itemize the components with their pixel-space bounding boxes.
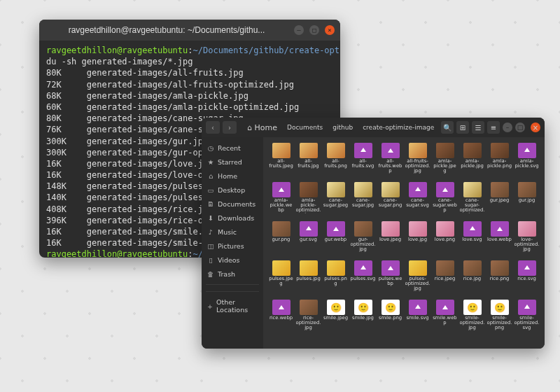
file-item[interactable]: pulses-optimized.jpg [404, 260, 431, 297]
file-item[interactable]: gur.svg [295, 221, 322, 258]
sidebar-item-pictures[interactable]: ◫Pictures [202, 239, 263, 253]
search-icon[interactable]: 🔍 [441, 121, 454, 134]
breadcrumb-home[interactable]: ⌂ Home [244, 122, 281, 134]
sidebar-item-starred[interactable]: ★Starred [202, 155, 263, 169]
file-item[interactable]: amla-pickle.jpg [458, 143, 486, 179]
file-item[interactable]: love.webp [486, 221, 513, 258]
sidebar-item-recent[interactable]: ◷Recent [202, 141, 263, 155]
file-item[interactable]: amla-pickle-optimized.jpg [295, 182, 322, 218]
file-name-label: love.webp [487, 237, 512, 242]
file-item[interactable]: gur-optimized.jpg [349, 221, 377, 258]
file-item[interactable]: rice.png [486, 260, 513, 297]
file-thumbnail [491, 221, 509, 237]
file-name-label: all-fruits.png [323, 159, 349, 169]
sidebar-item-videos[interactable]: ▯Videos [202, 253, 263, 267]
file-item[interactable]: gur.jpg [513, 182, 540, 218]
file-item[interactable]: pulses.jpg [295, 260, 322, 297]
back-button[interactable]: ‹ [206, 121, 220, 134]
breadcrumb-documents[interactable]: Documents [284, 122, 326, 132]
forward-button[interactable]: › [223, 121, 237, 134]
file-item[interactable]: amla-pickle.webp [267, 182, 295, 218]
file-item[interactable]: gur.jpeg [486, 182, 513, 218]
file-item[interactable]: amla-pickle.svg [513, 143, 540, 179]
files-minimize-button[interactable]: – [503, 122, 512, 132]
sidebar-item-desktop[interactable]: ▭Desktop [202, 183, 263, 197]
file-item[interactable]: cane-sugar.webp [431, 182, 458, 218]
file-item[interactable]: pulses.png [322, 260, 349, 297]
file-item[interactable]: all-fruits.jpeg [267, 143, 295, 179]
file-item[interactable]: smile-optimized.jpg [458, 300, 486, 336]
file-item[interactable]: rice-optimized.jpg [295, 300, 322, 336]
file-thumbnail [491, 182, 509, 197]
file-item[interactable]: cane-sugar.jpeg [322, 182, 349, 218]
file-item[interactable]: cane-sugar.jpg [349, 182, 377, 218]
file-name-label: cane-sugar.png [378, 198, 403, 208]
sidebar-item-music[interactable]: ♪Music [202, 225, 263, 239]
view-list-icon[interactable]: ☰ [472, 121, 484, 134]
maximize-button[interactable]: □ [309, 25, 319, 35]
file-name-label: pulses.webp [378, 276, 403, 286]
file-item[interactable]: smile.jpg [349, 300, 377, 336]
desktop-icon: ▭ [207, 186, 214, 194]
sidebar-item-other-locations[interactable]: +Other Locations [202, 295, 263, 316]
file-item[interactable]: rice.webp [267, 300, 295, 336]
documents-icon: 🗎 [207, 200, 214, 208]
file-name-label: rice-optimized.jpg [296, 316, 321, 330]
file-item[interactable]: cane-sugar.svg [404, 182, 431, 218]
sidebar-item-downloads[interactable]: ⬇Downloads [202, 211, 263, 225]
sidebar-item-trash[interactable]: 🗑Trash [202, 267, 263, 281]
file-item[interactable]: all-fruits-optimized.jpg [404, 143, 431, 179]
file-item[interactable]: cane-sugar-optimized.jpg [458, 182, 486, 218]
file-item[interactable]: cane-sugar.png [377, 182, 404, 218]
close-button[interactable]: × [325, 25, 335, 35]
file-item[interactable]: rice.jpg [458, 260, 486, 297]
file-item[interactable]: smile.jpeg [322, 300, 349, 336]
file-item[interactable]: smile.svg [404, 300, 431, 336]
recent-icon: ◷ [207, 144, 214, 152]
file-item[interactable]: pulses.jpeg [267, 260, 295, 297]
downloads-icon: ⬇ [207, 214, 214, 222]
file-item[interactable]: pulses.svg [349, 260, 377, 297]
view-grid-icon[interactable]: ⊞ [456, 121, 469, 134]
files-close-button[interactable]: × [531, 122, 540, 132]
file-item[interactable]: smile.webp [431, 300, 458, 336]
file-name-label: pulses.jpeg [269, 276, 294, 286]
minimize-button[interactable]: – [294, 25, 304, 35]
file-item[interactable]: amla-pickle.png [486, 143, 513, 179]
files-maximize-button[interactable]: □ [515, 122, 525, 132]
file-item[interactable]: love.jpg [404, 221, 431, 258]
file-name-label: love.png [435, 237, 455, 242]
file-item[interactable]: love-optimized.jpg [513, 221, 540, 258]
file-name-label: smile-optimized.svg [514, 316, 540, 330]
files-titlebar[interactable]: ‹ › ⌂ HomeDocumentsgithubcreate-optimize… [202, 118, 545, 137]
breadcrumb-create-optimize-images[interactable]: create-optimize-images [359, 122, 434, 132]
file-item[interactable]: gur.webp [322, 221, 349, 258]
breadcrumb: ⌂ HomeDocumentsgithubcreate-optimize-ima… [244, 122, 434, 134]
file-thumbnail [354, 260, 372, 276]
file-item[interactable]: rice.svg [513, 260, 540, 297]
file-item[interactable]: love.png [431, 221, 458, 258]
file-item[interactable]: all-fruits.jpg [295, 143, 322, 179]
terminal-titlebar[interactable]: ravgeetdhillon@ravgeetubuntu: ~/Document… [39, 20, 340, 41]
sidebar-item-documents[interactable]: 🗎Documents [202, 197, 263, 211]
file-item[interactable]: rice.jpeg [431, 260, 458, 297]
file-item[interactable]: smile-optimized.png [486, 300, 513, 336]
file-item[interactable]: amla-pickle.jpeg [431, 143, 458, 179]
file-item[interactable]: pulses.webp [377, 260, 404, 297]
file-item[interactable]: all-fruits.png [322, 143, 349, 179]
file-item[interactable]: all-fruits.webp [377, 143, 404, 179]
sidebar-item-home[interactable]: ⌂Home [202, 169, 263, 183]
file-item[interactable]: love.jpeg [377, 221, 404, 258]
file-name-label: amla-pickle.png [487, 159, 512, 169]
file-name-label: love.jpeg [379, 237, 401, 242]
file-item[interactable]: smile-optimized.svg [513, 300, 540, 336]
file-item[interactable]: smile.png [377, 300, 404, 336]
file-item[interactable]: all-fruits.svg [349, 143, 377, 179]
file-item[interactable]: gur.png [267, 221, 295, 258]
files-sidebar: ◷Recent★Starred⌂Home▭Desktop🗎Documents⬇D… [202, 137, 263, 349]
breadcrumb-github[interactable]: github [329, 122, 356, 132]
file-name-label: pulses.svg [351, 276, 376, 281]
menu-icon[interactable]: ≡ [487, 121, 500, 134]
file-item[interactable]: love.svg [458, 221, 486, 258]
files-grid[interactable]: all-fruits.jpegall-fruits.jpgall-fruits.… [263, 137, 545, 349]
